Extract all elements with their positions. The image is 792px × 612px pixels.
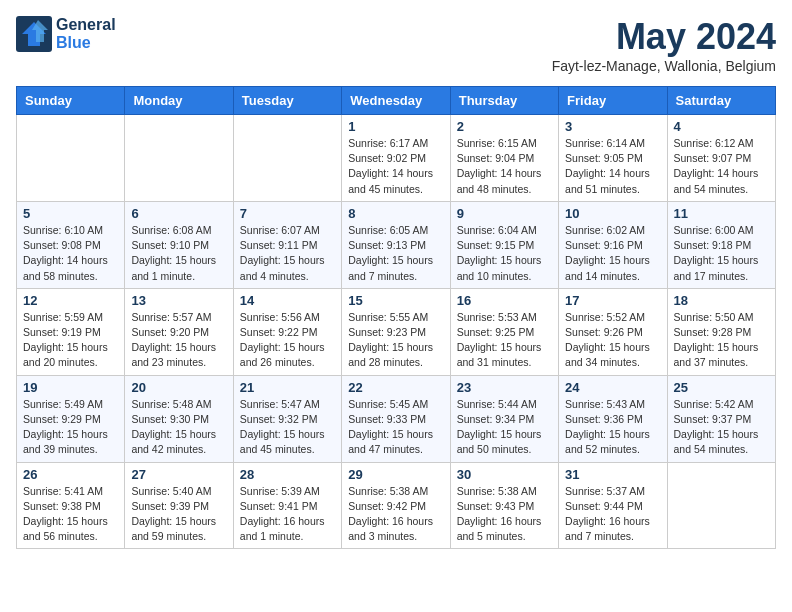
day-number: 10 [565,206,660,221]
day-info: Sunrise: 5:49 AM Sunset: 9:29 PM Dayligh… [23,397,118,458]
logo-general: General [56,16,116,34]
day-info: Sunrise: 5:42 AM Sunset: 9:37 PM Dayligh… [674,397,769,458]
calendar-week-5: 26Sunrise: 5:41 AM Sunset: 9:38 PM Dayli… [17,462,776,549]
calendar-week-2: 5Sunrise: 6:10 AM Sunset: 9:08 PM Daylig… [17,201,776,288]
day-number: 18 [674,293,769,308]
calendar-cell [667,462,775,549]
calendar-cell: 21Sunrise: 5:47 AM Sunset: 9:32 PM Dayli… [233,375,341,462]
day-number: 7 [240,206,335,221]
day-number: 24 [565,380,660,395]
location: Fayt-lez-Manage, Wallonia, Belgium [552,58,776,74]
day-number: 15 [348,293,443,308]
day-info: Sunrise: 6:04 AM Sunset: 9:15 PM Dayligh… [457,223,552,284]
calendar-cell: 28Sunrise: 5:39 AM Sunset: 9:41 PM Dayli… [233,462,341,549]
day-info: Sunrise: 5:55 AM Sunset: 9:23 PM Dayligh… [348,310,443,371]
day-number: 26 [23,467,118,482]
calendar-cell: 1Sunrise: 6:17 AM Sunset: 9:02 PM Daylig… [342,115,450,202]
calendar-cell: 5Sunrise: 6:10 AM Sunset: 9:08 PM Daylig… [17,201,125,288]
calendar-cell: 26Sunrise: 5:41 AM Sunset: 9:38 PM Dayli… [17,462,125,549]
day-number: 16 [457,293,552,308]
calendar-cell: 29Sunrise: 5:38 AM Sunset: 9:42 PM Dayli… [342,462,450,549]
header-tuesday: Tuesday [233,87,341,115]
calendar-cell: 25Sunrise: 5:42 AM Sunset: 9:37 PM Dayli… [667,375,775,462]
day-info: Sunrise: 5:50 AM Sunset: 9:28 PM Dayligh… [674,310,769,371]
day-number: 1 [348,119,443,134]
day-number: 17 [565,293,660,308]
calendar-week-1: 1Sunrise: 6:17 AM Sunset: 9:02 PM Daylig… [17,115,776,202]
calendar-cell: 3Sunrise: 6:14 AM Sunset: 9:05 PM Daylig… [559,115,667,202]
day-info: Sunrise: 6:08 AM Sunset: 9:10 PM Dayligh… [131,223,226,284]
logo-blue: Blue [56,34,116,52]
day-number: 13 [131,293,226,308]
day-info: Sunrise: 6:02 AM Sunset: 9:16 PM Dayligh… [565,223,660,284]
page-header: General Blue May 2024 Fayt-lez-Manage, W… [16,16,776,74]
calendar-cell: 22Sunrise: 5:45 AM Sunset: 9:33 PM Dayli… [342,375,450,462]
day-info: Sunrise: 5:59 AM Sunset: 9:19 PM Dayligh… [23,310,118,371]
day-info: Sunrise: 5:47 AM Sunset: 9:32 PM Dayligh… [240,397,335,458]
header-wednesday: Wednesday [342,87,450,115]
day-number: 12 [23,293,118,308]
calendar-cell: 24Sunrise: 5:43 AM Sunset: 9:36 PM Dayli… [559,375,667,462]
calendar-cell: 4Sunrise: 6:12 AM Sunset: 9:07 PM Daylig… [667,115,775,202]
calendar-week-3: 12Sunrise: 5:59 AM Sunset: 9:19 PM Dayli… [17,288,776,375]
calendar-cell: 12Sunrise: 5:59 AM Sunset: 9:19 PM Dayli… [17,288,125,375]
logo-icon [16,16,52,52]
calendar-cell [125,115,233,202]
calendar-cell: 19Sunrise: 5:49 AM Sunset: 9:29 PM Dayli… [17,375,125,462]
title-block: May 2024 Fayt-lez-Manage, Wallonia, Belg… [552,16,776,74]
day-info: Sunrise: 5:39 AM Sunset: 9:41 PM Dayligh… [240,484,335,545]
day-number: 20 [131,380,226,395]
calendar-cell: 7Sunrise: 6:07 AM Sunset: 9:11 PM Daylig… [233,201,341,288]
day-info: Sunrise: 5:44 AM Sunset: 9:34 PM Dayligh… [457,397,552,458]
header-friday: Friday [559,87,667,115]
day-info: Sunrise: 5:38 AM Sunset: 9:43 PM Dayligh… [457,484,552,545]
calendar-cell: 10Sunrise: 6:02 AM Sunset: 9:16 PM Dayli… [559,201,667,288]
calendar-cell: 13Sunrise: 5:57 AM Sunset: 9:20 PM Dayli… [125,288,233,375]
day-number: 23 [457,380,552,395]
day-info: Sunrise: 5:45 AM Sunset: 9:33 PM Dayligh… [348,397,443,458]
calendar-week-4: 19Sunrise: 5:49 AM Sunset: 9:29 PM Dayli… [17,375,776,462]
calendar-cell: 23Sunrise: 5:44 AM Sunset: 9:34 PM Dayli… [450,375,558,462]
calendar-cell: 27Sunrise: 5:40 AM Sunset: 9:39 PM Dayli… [125,462,233,549]
day-info: Sunrise: 5:43 AM Sunset: 9:36 PM Dayligh… [565,397,660,458]
header-saturday: Saturday [667,87,775,115]
day-info: Sunrise: 5:38 AM Sunset: 9:42 PM Dayligh… [348,484,443,545]
day-info: Sunrise: 6:17 AM Sunset: 9:02 PM Dayligh… [348,136,443,197]
day-number: 8 [348,206,443,221]
day-number: 14 [240,293,335,308]
calendar-cell: 14Sunrise: 5:56 AM Sunset: 9:22 PM Dayli… [233,288,341,375]
day-number: 31 [565,467,660,482]
header-monday: Monday [125,87,233,115]
day-number: 4 [674,119,769,134]
day-info: Sunrise: 6:12 AM Sunset: 9:07 PM Dayligh… [674,136,769,197]
header-sunday: Sunday [17,87,125,115]
day-info: Sunrise: 6:15 AM Sunset: 9:04 PM Dayligh… [457,136,552,197]
day-number: 9 [457,206,552,221]
month-title: May 2024 [552,16,776,58]
calendar-cell: 15Sunrise: 5:55 AM Sunset: 9:23 PM Dayli… [342,288,450,375]
calendar-cell: 31Sunrise: 5:37 AM Sunset: 9:44 PM Dayli… [559,462,667,549]
calendar-header-row: SundayMondayTuesdayWednesdayThursdayFrid… [17,87,776,115]
day-info: Sunrise: 6:05 AM Sunset: 9:13 PM Dayligh… [348,223,443,284]
calendar-cell: 30Sunrise: 5:38 AM Sunset: 9:43 PM Dayli… [450,462,558,549]
day-number: 6 [131,206,226,221]
day-info: Sunrise: 5:41 AM Sunset: 9:38 PM Dayligh… [23,484,118,545]
day-number: 19 [23,380,118,395]
day-info: Sunrise: 6:00 AM Sunset: 9:18 PM Dayligh… [674,223,769,284]
calendar-cell [17,115,125,202]
day-info: Sunrise: 6:07 AM Sunset: 9:11 PM Dayligh… [240,223,335,284]
calendar-cell: 18Sunrise: 5:50 AM Sunset: 9:28 PM Dayli… [667,288,775,375]
header-thursday: Thursday [450,87,558,115]
day-info: Sunrise: 5:56 AM Sunset: 9:22 PM Dayligh… [240,310,335,371]
calendar-cell: 17Sunrise: 5:52 AM Sunset: 9:26 PM Dayli… [559,288,667,375]
day-number: 2 [457,119,552,134]
day-number: 5 [23,206,118,221]
day-info: Sunrise: 5:53 AM Sunset: 9:25 PM Dayligh… [457,310,552,371]
day-number: 11 [674,206,769,221]
day-number: 21 [240,380,335,395]
calendar-cell: 16Sunrise: 5:53 AM Sunset: 9:25 PM Dayli… [450,288,558,375]
calendar-table: SundayMondayTuesdayWednesdayThursdayFrid… [16,86,776,549]
day-info: Sunrise: 5:52 AM Sunset: 9:26 PM Dayligh… [565,310,660,371]
day-number: 25 [674,380,769,395]
day-number: 29 [348,467,443,482]
